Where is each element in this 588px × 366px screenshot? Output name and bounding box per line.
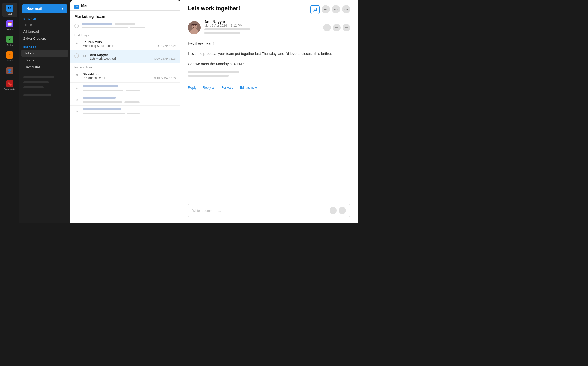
list-item[interactable]: ✉ (70, 83, 180, 94)
folders-section-label: FOLDERS (19, 46, 70, 49)
envelope-icon: ✉ (74, 40, 80, 46)
mail-tab-label: Mail (81, 3, 88, 10)
mail-date: MON 22 MAR 2024 (154, 77, 176, 80)
nav-folder-inbox[interactable]: Inbox (21, 50, 68, 57)
mail-date: MON 15 APR 2024 (154, 57, 176, 60)
sidebar-item-bookmarks-label: Bookmarks (4, 88, 15, 91)
bookmarks-icon: 🔖 (6, 80, 13, 87)
list-item[interactable]: ✉ Shoi-Ming PR launch event MON 22 MAR 2… (70, 70, 180, 83)
sender-action-2[interactable]: ⋯ (333, 24, 341, 31)
reply-button[interactable]: Reply (188, 86, 196, 90)
list-item[interactable]: ✉ Lauren Mills Marketing Stats update TU… (70, 38, 180, 50)
mail-subject: Lets work together! (90, 57, 116, 60)
sender-row: Anil Nayyar Mon, 5 Apr 2024 3:12 PM ⋯ ⋯ … (188, 19, 350, 36)
calendar-icon: 📅 (6, 20, 13, 27)
list-item[interactable]: ✉ (70, 106, 180, 117)
mail-list-header: ✉ Mail (70, 0, 180, 11)
forward-button[interactable]: Forward (221, 86, 234, 90)
reading-pane-header: Lets work together! ••• ••• ••• (188, 5, 350, 14)
list-item[interactable] (70, 20, 180, 31)
mail-content: Shoi-Ming PR launch event MON 22 MAR 202… (83, 72, 176, 80)
body-placeholder-2 (188, 75, 229, 77)
mail-subject: Marketing Stats update (83, 44, 114, 48)
new-mail-label: New mail (26, 7, 42, 11)
sender-date: Mon, 5 Apr 2024 (204, 24, 227, 27)
sender-name: Anil Nayyar (204, 19, 320, 24)
mail-body-line-2: I love the proposal your team put togeth… (188, 51, 350, 57)
sidebar-item-calendar[interactable]: 📅 Calendar (2, 18, 17, 33)
mail-list-panel: ✉ Mail Marketing Team Last 7 days ✉ (70, 0, 180, 223)
mail-body: Hey there, team! I love the proposal you… (188, 41, 350, 77)
reading-header-actions: ••• ••• ••• (310, 5, 350, 14)
mail-sender: Lauren Mills (83, 40, 176, 44)
mail-date: TUE 16 APR 2024 (155, 45, 176, 47)
envelope-icon: ✉ (74, 73, 80, 78)
mail-checkbox[interactable] (74, 53, 79, 58)
comment-action-1[interactable] (330, 207, 337, 214)
sidebar: ✉ Mail 📅 Calendar ✓ Tasks ≡ Tasks 👤 🔖 Bo… (0, 0, 19, 223)
comment-box[interactable]: Write a comment.... (188, 204, 350, 217)
more-action-button-3[interactable]: ••• (342, 5, 350, 13)
section-label-earlier-march: Earlier in March (70, 63, 180, 70)
sidebar-item-tasks-label: Tasks (7, 44, 13, 46)
nav-placeholder-2 (23, 81, 49, 83)
envelope-icon: ✉ (74, 97, 80, 103)
sender-avatar (188, 21, 201, 34)
sidebar-item-tasks2[interactable]: ≡ Tasks (2, 49, 17, 64)
reading-subject: Lets work together! (188, 5, 240, 12)
mail-body-line-3: Can we meet the Monday at 4 PM? (188, 61, 350, 67)
list-item[interactable]: ✉ (70, 94, 180, 106)
streams-section-label: STREAMS (19, 17, 70, 20)
comment-action-2[interactable] (339, 207, 346, 214)
edit-as-new-button[interactable]: Edit as new (240, 86, 257, 90)
more-action-button-1[interactable]: ••• (322, 5, 330, 13)
sender-meta: Mon, 5 Apr 2024 3:12 PM (204, 24, 320, 27)
sender-time: 3:12 PM (231, 24, 242, 27)
envelope-icon: ✉ (82, 53, 87, 59)
nav-home[interactable]: Home (19, 21, 70, 28)
nav-panel: New mail ▾ STREAMS Home All Unread Zylke… (19, 0, 70, 223)
nav-zylker-creators[interactable]: Zylker Creators (19, 35, 70, 42)
svg-rect-6 (192, 24, 197, 25)
body-placeholder-1 (188, 71, 239, 73)
sidebar-item-mail-label: Mail (7, 13, 12, 15)
new-mail-button[interactable]: New mail ▾ (22, 4, 67, 13)
mail-list-body: Marketing Team Last 7 days ✉ Lauren Mill… (70, 11, 180, 223)
nav-all-unread[interactable]: All Unread (19, 28, 70, 35)
section-label-last7days: Last 7 days (70, 31, 180, 38)
chevron-down-icon: ▾ (62, 7, 63, 10)
mail-sender: Anil Nayyar (90, 53, 176, 57)
sender-action-3[interactable]: ⋯ (343, 24, 350, 31)
list-item-active[interactable]: ✉ Anil Nayyar Lets work together! MON 15… (70, 50, 180, 63)
sidebar-item-contacts[interactable]: 👤 (2, 65, 17, 77)
reply-bar: Reply Reply all Forward Edit as new (188, 82, 350, 90)
nav-folder-templates[interactable]: Templates (21, 64, 68, 71)
nav-placeholder-4 (23, 94, 51, 96)
envelope-icon: ✉ (74, 85, 80, 91)
mail-folder-name: Marketing Team (70, 11, 180, 20)
sidebar-item-bookmarks[interactable]: 🔖 Bookmarks (2, 78, 17, 93)
sidebar-item-tasks[interactable]: ✓ Tasks (2, 34, 17, 48)
mail-checkbox[interactable] (74, 24, 79, 28)
chat-icon-button[interactable] (310, 5, 320, 14)
mail-icon: ✉ (6, 5, 13, 12)
sidebar-item-calendar-label: Calendar (5, 28, 14, 31)
mail-content: Anil Nayyar Lets work together! MON 15 A… (90, 53, 176, 60)
nav-placeholder-3 (23, 86, 44, 88)
mail-body-line-1: Hey there, team! (188, 41, 350, 47)
mail-content: Lauren Mills Marketing Stats update TUE … (83, 40, 176, 48)
sender-actions: ⋯ ⋯ ⋯ (323, 24, 350, 31)
svg-point-4 (193, 25, 194, 26)
nav-placeholder-1 (23, 76, 54, 78)
reply-all-button[interactable]: Reply all (202, 86, 215, 90)
comment-placeholder: Write a comment.... (192, 209, 221, 213)
sidebar-item-tasks2-label: Tasks (7, 59, 13, 62)
mail-sender: Shoi-Ming (83, 72, 176, 76)
tasks-icon: ✓ (6, 36, 13, 43)
nav-folder-drafts[interactable]: Drafts (21, 57, 68, 64)
tasks2-icon: ≡ (6, 51, 13, 59)
more-action-button-2[interactable]: ••• (332, 5, 340, 13)
sidebar-item-mail[interactable]: ✉ Mail (2, 3, 17, 17)
contacts-icon: 👤 (6, 67, 13, 74)
sender-action-1[interactable]: ⋯ (323, 24, 331, 31)
